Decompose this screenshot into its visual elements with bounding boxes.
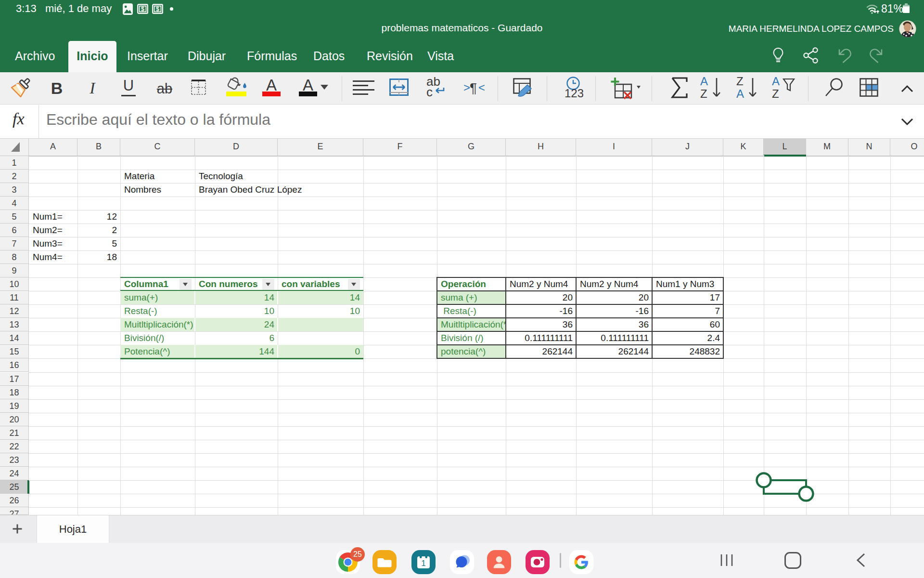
svg-text:123: 123 — [565, 87, 583, 99]
svg-text:Z: Z — [700, 87, 707, 99]
svg-text:Z: Z — [736, 76, 744, 88]
svg-text:Z: Z — [772, 87, 779, 99]
svg-text:A: A — [736, 87, 744, 99]
svg-text:A: A — [700, 76, 708, 88]
svg-text:>: > — [463, 81, 470, 94]
svg-text:¶: ¶ — [470, 80, 477, 95]
svg-text:1: 1 — [421, 559, 425, 568]
svg-text:<: < — [478, 81, 485, 94]
svg-text:c: c — [426, 85, 433, 97]
svg-text:A: A — [772, 76, 780, 88]
svg-text:$: $ — [156, 6, 159, 13]
svg-text:$: $ — [141, 6, 144, 13]
